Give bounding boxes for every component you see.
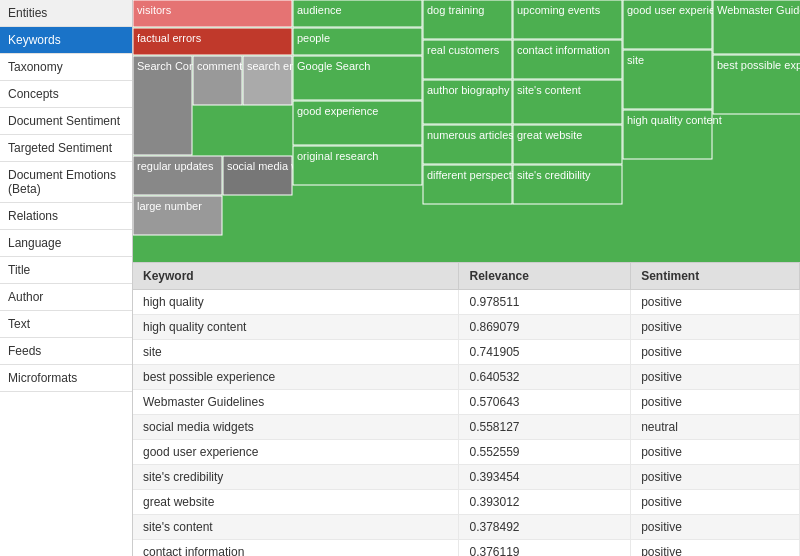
treemap-cell[interactable] bbox=[513, 80, 622, 124]
col-sentiment: Sentiment bbox=[631, 263, 800, 290]
treemap-cell[interactable] bbox=[423, 40, 512, 79]
col-relevance: Relevance bbox=[459, 263, 631, 290]
treemap-cell[interactable] bbox=[133, 56, 192, 155]
treemap-cell[interactable] bbox=[293, 146, 422, 185]
table-row: Webmaster Guidelines0.570643positive bbox=[133, 390, 800, 415]
treemap-cell[interactable] bbox=[133, 196, 222, 235]
treemap-cell[interactable] bbox=[423, 125, 512, 164]
cell-relevance: 0.552559 bbox=[459, 440, 631, 465]
sidebar-item-feeds[interactable]: Feeds bbox=[0, 338, 132, 365]
cell-relevance: 0.378492 bbox=[459, 515, 631, 540]
sidebar-item-author[interactable]: Author bbox=[0, 284, 132, 311]
treemap-cell[interactable] bbox=[293, 56, 422, 100]
sidebar-item-document-emotions[interactable]: Document Emotions (Beta) bbox=[0, 162, 132, 203]
table-row: site0.741905positive bbox=[133, 340, 800, 365]
treemap-cell[interactable] bbox=[133, 156, 222, 195]
cell-relevance: 0.570643 bbox=[459, 390, 631, 415]
col-keyword: Keyword bbox=[133, 263, 459, 290]
cell-relevance: 0.640532 bbox=[459, 365, 631, 390]
cell-relevance: 0.376119 bbox=[459, 540, 631, 557]
cell-sentiment: positive bbox=[631, 465, 800, 490]
sidebar: EntitiesKeywordsTaxonomyConceptsDocument… bbox=[0, 0, 133, 556]
cell-relevance: 0.558127 bbox=[459, 415, 631, 440]
treemap-cell[interactable] bbox=[423, 0, 512, 39]
cell-keyword: site's content bbox=[133, 515, 459, 540]
cell-relevance: 0.393012 bbox=[459, 490, 631, 515]
table-row: great website0.393012positive bbox=[133, 490, 800, 515]
cell-keyword: high quality bbox=[133, 290, 459, 315]
cell-sentiment: positive bbox=[631, 340, 800, 365]
table-row: good user experience0.552559positive bbox=[133, 440, 800, 465]
cell-sentiment: positive bbox=[631, 540, 800, 557]
table-row: contact information0.376119positive bbox=[133, 540, 800, 557]
cell-sentiment: positive bbox=[631, 390, 800, 415]
treemap-cell[interactable] bbox=[423, 80, 512, 124]
treemap-cell[interactable] bbox=[223, 156, 292, 195]
cell-sentiment: neutral bbox=[631, 415, 800, 440]
table-row: high quality content0.869079positive bbox=[133, 315, 800, 340]
sidebar-item-entities[interactable]: Entities bbox=[0, 0, 132, 27]
treemap-cell[interactable] bbox=[293, 0, 422, 27]
cell-sentiment: positive bbox=[631, 290, 800, 315]
sidebar-item-text[interactable]: Text bbox=[0, 311, 132, 338]
sidebar-item-language[interactable]: Language bbox=[0, 230, 132, 257]
table-row: site's credibility0.393454positive bbox=[133, 465, 800, 490]
treemap-cell[interactable] bbox=[293, 101, 422, 145]
cell-keyword: high quality content bbox=[133, 315, 459, 340]
cell-keyword: site bbox=[133, 340, 459, 365]
treemap-cell[interactable] bbox=[193, 56, 242, 105]
cell-keyword: good user experience bbox=[133, 440, 459, 465]
cell-sentiment: positive bbox=[631, 490, 800, 515]
table-header-row: Keyword Relevance Sentiment bbox=[133, 263, 800, 290]
cell-keyword: Webmaster Guidelines bbox=[133, 390, 459, 415]
sidebar-item-taxonomy[interactable]: Taxonomy bbox=[0, 54, 132, 81]
treemap-cell[interactable] bbox=[713, 55, 800, 114]
cell-keyword: site's credibility bbox=[133, 465, 459, 490]
cell-sentiment: positive bbox=[631, 515, 800, 540]
treemap-svg: visitorsfactual errorsSearch Consolecomm… bbox=[133, 0, 800, 263]
cell-keyword: contact information bbox=[133, 540, 459, 557]
keywords-table: Keyword Relevance Sentiment high quality… bbox=[133, 263, 800, 556]
table-row: high quality0.978511positive bbox=[133, 290, 800, 315]
cell-relevance: 0.741905 bbox=[459, 340, 631, 365]
sidebar-item-document-sentiment[interactable]: Document Sentiment bbox=[0, 108, 132, 135]
treemap-cell[interactable] bbox=[713, 0, 800, 54]
table-row: social media widgets0.558127neutral bbox=[133, 415, 800, 440]
treemap-cell[interactable] bbox=[623, 110, 712, 159]
sidebar-item-concepts[interactable]: Concepts bbox=[0, 81, 132, 108]
treemap-cell[interactable] bbox=[623, 0, 712, 49]
cell-relevance: 0.869079 bbox=[459, 315, 631, 340]
cell-sentiment: positive bbox=[631, 440, 800, 465]
table-row: best possible experience0.640532positive bbox=[133, 365, 800, 390]
cell-sentiment: positive bbox=[631, 365, 800, 390]
treemap: visitorsfactual errorsSearch Consolecomm… bbox=[133, 0, 800, 263]
table-row: site's content0.378492positive bbox=[133, 515, 800, 540]
cell-keyword: best possible experience bbox=[133, 365, 459, 390]
sidebar-item-targeted-sentiment[interactable]: Targeted Sentiment bbox=[0, 135, 132, 162]
treemap-cell[interactable] bbox=[133, 0, 292, 27]
cell-relevance: 0.393454 bbox=[459, 465, 631, 490]
treemap-cell[interactable] bbox=[513, 40, 622, 79]
cell-sentiment: positive bbox=[631, 315, 800, 340]
treemap-cell[interactable] bbox=[293, 28, 422, 55]
treemap-cell[interactable] bbox=[243, 56, 292, 105]
treemap-cell[interactable] bbox=[623, 50, 712, 109]
treemap-cell[interactable] bbox=[513, 0, 622, 39]
cell-relevance: 0.978511 bbox=[459, 290, 631, 315]
sidebar-item-keywords[interactable]: Keywords bbox=[0, 27, 132, 54]
treemap-cell[interactable] bbox=[513, 165, 622, 204]
treemap-cell[interactable] bbox=[513, 125, 622, 164]
sidebar-item-title[interactable]: Title bbox=[0, 257, 132, 284]
main-content: visitorsfactual errorsSearch Consolecomm… bbox=[133, 0, 800, 556]
sidebar-item-relations[interactable]: Relations bbox=[0, 203, 132, 230]
cell-keyword: great website bbox=[133, 490, 459, 515]
treemap-cell[interactable] bbox=[133, 28, 292, 55]
treemap-cell[interactable] bbox=[423, 165, 512, 204]
sidebar-item-microformats[interactable]: Microformats bbox=[0, 365, 132, 392]
cell-keyword: social media widgets bbox=[133, 415, 459, 440]
